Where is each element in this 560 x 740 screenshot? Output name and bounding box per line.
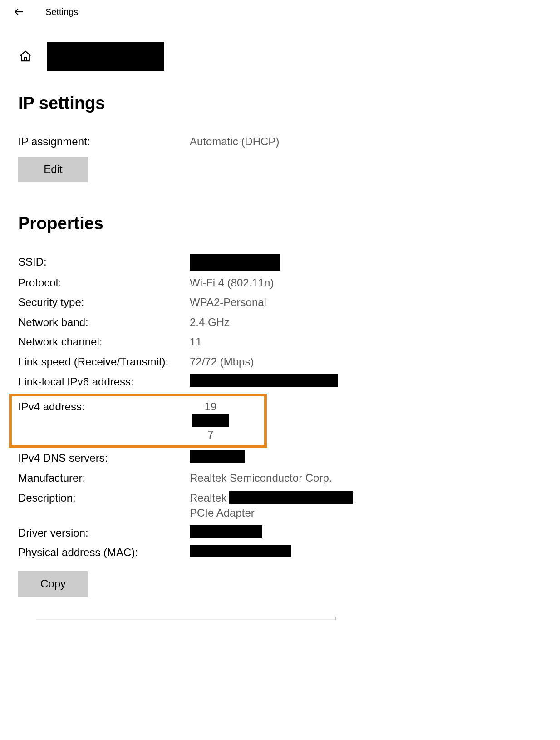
ipv4-mid-redacted bbox=[192, 414, 229, 427]
dns-value-redacted bbox=[190, 450, 245, 463]
mac-value-redacted bbox=[190, 545, 291, 557]
properties-heading: Properties bbox=[18, 214, 560, 233]
ipv4-highlight-annotation: IPv4 address: 197 bbox=[9, 394, 267, 448]
link-speed-value: 72/72 (Mbps) bbox=[190, 354, 254, 370]
ssid-label: SSID: bbox=[18, 254, 190, 270]
page-title: Settings bbox=[45, 7, 78, 17]
mac-label: Physical address (MAC): bbox=[18, 545, 190, 560]
network-name-redacted bbox=[47, 42, 164, 71]
network-channel-label: Network channel: bbox=[18, 334, 190, 350]
ipv4-prefix: 19 bbox=[205, 399, 217, 414]
manufacturer-label: Manufacturer: bbox=[18, 470, 190, 486]
protocol-value: Wi-Fi 4 (802.11n) bbox=[190, 275, 274, 291]
ipv6-value-redacted bbox=[190, 374, 338, 387]
ip-settings-heading: IP settings bbox=[18, 94, 560, 113]
driver-version-redacted bbox=[190, 525, 262, 538]
ip-assignment-label: IP assignment: bbox=[18, 134, 190, 149]
ip-assignment-value: Automatic (DHCP) bbox=[190, 134, 279, 149]
description-value: Realtek PCIe Adapter bbox=[190, 490, 353, 521]
ipv4-suffix: 7 bbox=[207, 427, 213, 443]
network-band-value: 2.4 GHz bbox=[190, 315, 230, 330]
home-icon[interactable] bbox=[18, 49, 33, 64]
ipv6-label: Link-local IPv6 address: bbox=[18, 374, 190, 390]
description-line2: PCIe Adapter bbox=[190, 505, 353, 521]
network-band-label: Network band: bbox=[18, 315, 190, 330]
bottom-divider bbox=[36, 619, 336, 620]
network-channel-value: 11 bbox=[190, 334, 202, 350]
security-type-value: WPA2-Personal bbox=[190, 295, 266, 310]
back-button[interactable] bbox=[13, 5, 25, 18]
description-label: Description: bbox=[18, 490, 190, 506]
manufacturer-value: Realtek Semiconductor Corp. bbox=[190, 470, 332, 486]
link-speed-label: Link speed (Receive/Transmit): bbox=[18, 354, 190, 370]
security-type-label: Security type: bbox=[18, 295, 190, 310]
copy-button[interactable]: Copy bbox=[18, 571, 88, 597]
ipv4-address-label: IPv4 address: bbox=[18, 399, 192, 414]
ipv4-address-value: 197 bbox=[192, 399, 229, 442]
edit-button[interactable]: Edit bbox=[18, 157, 88, 182]
description-tail-redacted bbox=[229, 491, 353, 504]
description-prefix: Realtek bbox=[190, 490, 226, 506]
protocol-label: Protocol: bbox=[18, 275, 190, 291]
ssid-value-redacted bbox=[190, 254, 280, 271]
driver-version-label: Driver version: bbox=[18, 525, 190, 541]
dns-label: IPv4 DNS servers: bbox=[18, 450, 190, 466]
